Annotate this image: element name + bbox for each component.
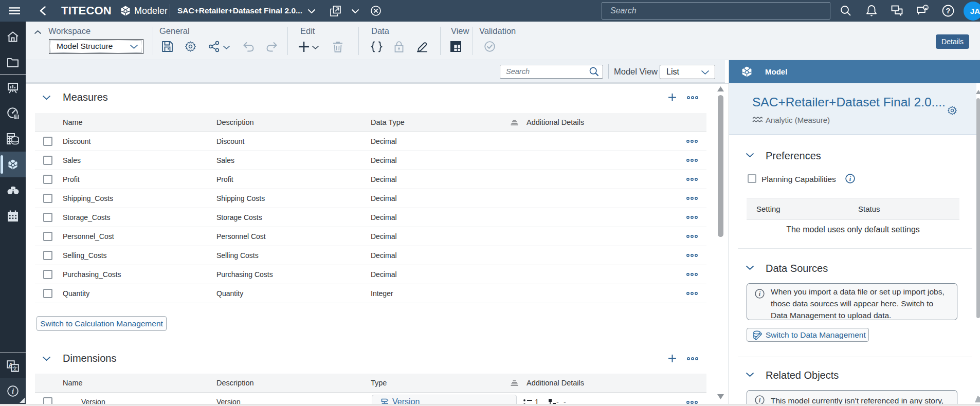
svg-text:?: ? (946, 7, 951, 15)
svg-text:文: 文 (12, 365, 18, 372)
svg-text:i: i (759, 397, 761, 404)
svg-text:i: i (849, 175, 851, 182)
svg-text:i: i (12, 387, 14, 395)
svg-text:i: i (759, 290, 761, 298)
